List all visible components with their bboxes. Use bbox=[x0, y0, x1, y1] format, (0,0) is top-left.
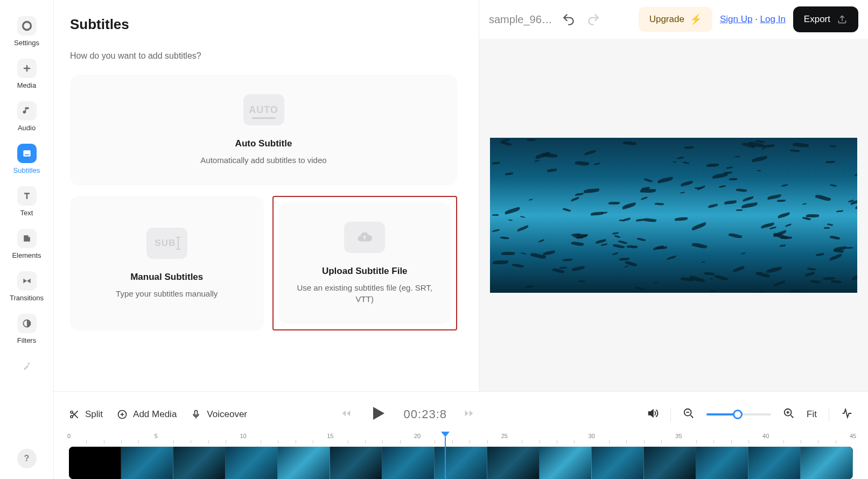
play-icon bbox=[368, 404, 388, 423]
preview-canvas[interactable] bbox=[490, 138, 857, 293]
clip-thumbnail[interactable] bbox=[801, 447, 853, 479]
sidebar-item-subtitles[interactable]: Subtitles bbox=[0, 144, 53, 174]
sidebar: Settings Media Audio Subtitles Text bbox=[0, 0, 54, 479]
clip-thumbnail[interactable] bbox=[748, 447, 801, 479]
sidebar-item-settings[interactable]: Settings bbox=[0, 16, 53, 47]
sidebar-item-more[interactable] bbox=[0, 356, 53, 376]
sidebar-item-filters[interactable]: Filters bbox=[0, 314, 53, 344]
card-desc: Use an existing subtitles file (eg. SRT,… bbox=[290, 282, 440, 305]
zoom-handle[interactable] bbox=[733, 410, 743, 419]
wand-icon bbox=[17, 356, 37, 376]
ruler-tick: 5 bbox=[155, 433, 158, 439]
cloud-upload-icon bbox=[344, 222, 385, 253]
clip-thumbnail[interactable] bbox=[696, 447, 748, 479]
auto-icon: AUTO bbox=[243, 94, 284, 125]
play-button[interactable] bbox=[368, 404, 388, 425]
card-title: Manual Subtitles bbox=[130, 272, 203, 283]
svg-point-5 bbox=[71, 411, 73, 413]
clip-thumbnail[interactable] bbox=[173, 447, 226, 479]
voiceover-button[interactable]: Voiceover bbox=[191, 409, 247, 420]
svg-rect-8 bbox=[195, 411, 198, 415]
clip-track[interactable] bbox=[69, 447, 853, 479]
volume-icon bbox=[647, 407, 659, 419]
plus-icon bbox=[17, 59, 37, 78]
clip-thumbnail[interactable] bbox=[382, 447, 435, 479]
subtitles-icon bbox=[17, 144, 37, 163]
svg-rect-3 bbox=[24, 154, 29, 156]
split-button[interactable]: Split bbox=[69, 409, 103, 420]
ruler-tick: 25 bbox=[501, 433, 508, 439]
topbar: sample_96… Upgrade ⚡ Sign Up · bbox=[479, 0, 868, 39]
sidebar-label: Audio bbox=[18, 124, 36, 132]
panel-subtitles: Subtitles How do you want to add subtitl… bbox=[54, 0, 479, 391]
ruler-tick: 15 bbox=[327, 433, 333, 439]
contrast-icon bbox=[17, 314, 37, 333]
zoom-in-button[interactable] bbox=[783, 407, 795, 421]
sidebar-label: Settings bbox=[14, 39, 39, 47]
card-desc: Type your subtitles manually bbox=[116, 288, 218, 299]
timeline-ruler[interactable]: 051015202530354045 bbox=[69, 433, 853, 446]
zoom-out-icon bbox=[683, 407, 695, 419]
sidebar-item-text[interactable]: Text bbox=[0, 186, 53, 217]
clip-thumbnail[interactable] bbox=[644, 447, 696, 479]
clip-thumbnail[interactable] bbox=[540, 447, 592, 479]
gear-icon bbox=[17, 16, 37, 36]
add-media-button[interactable]: Add Media bbox=[117, 409, 177, 420]
help-button[interactable]: ? bbox=[17, 449, 37, 468]
skip-forward-button[interactable] bbox=[463, 407, 475, 421]
redo-button[interactable] bbox=[585, 11, 602, 28]
fit-button[interactable]: Fit bbox=[807, 409, 817, 420]
ruler-tick: 10 bbox=[240, 433, 246, 439]
panel-subtitle: How do you want to add subtitles? bbox=[70, 51, 457, 61]
project-name[interactable]: sample_96… bbox=[489, 13, 552, 26]
timeline: Split Add Media Voiceover bbox=[54, 391, 868, 479]
sidebar-label: Text bbox=[20, 209, 33, 217]
sidebar-label: Subtitles bbox=[13, 166, 40, 174]
activity-icon bbox=[841, 407, 853, 419]
clip-thumbnail[interactable] bbox=[330, 447, 382, 479]
upgrade-button[interactable]: Upgrade ⚡ bbox=[639, 7, 712, 32]
clip-thumbnail[interactable] bbox=[487, 447, 540, 479]
ruler-tick: 30 bbox=[589, 433, 595, 439]
clip-thumbnail[interactable] bbox=[69, 447, 121, 479]
signup-link[interactable]: Sign Up bbox=[720, 14, 752, 24]
manual-icon: SUB bbox=[146, 228, 187, 259]
plus-circle-icon bbox=[117, 409, 128, 420]
clip-thumbnail[interactable] bbox=[121, 447, 173, 479]
zoom-slider[interactable] bbox=[706, 413, 771, 415]
upload-icon bbox=[837, 14, 848, 25]
clip-thumbnail[interactable] bbox=[226, 447, 278, 479]
sidebar-item-transitions[interactable]: Transitions bbox=[0, 271, 53, 302]
export-button[interactable]: Export bbox=[793, 6, 858, 32]
timecode: 00:23:8 bbox=[404, 407, 447, 421]
auth-links: Sign Up · Log In bbox=[720, 14, 786, 25]
question-icon: ? bbox=[24, 454, 30, 463]
card-desc: Automatically add subtitles to video bbox=[200, 154, 326, 166]
waveform-button[interactable] bbox=[841, 407, 853, 421]
card-manual-subtitles[interactable]: SUB Manual Subtitles Type your subtitles… bbox=[70, 196, 264, 330]
sidebar-label: Elements bbox=[12, 251, 41, 259]
sidebar-item-audio[interactable]: Audio bbox=[0, 101, 53, 132]
sidebar-label: Filters bbox=[17, 336, 36, 344]
zoom-out-button[interactable] bbox=[683, 407, 695, 421]
ruler-tick: 35 bbox=[675, 433, 682, 439]
undo-button[interactable] bbox=[560, 11, 577, 28]
volume-button[interactable] bbox=[647, 407, 659, 421]
login-link[interactable]: Log In bbox=[760, 14, 786, 24]
playhead[interactable] bbox=[441, 432, 450, 479]
sidebar-item-elements[interactable]: Elements bbox=[0, 229, 53, 259]
clip-thumbnail[interactable] bbox=[278, 447, 330, 479]
transitions-icon bbox=[17, 271, 37, 291]
sidebar-item-media[interactable]: Media bbox=[0, 59, 53, 89]
skip-back-button[interactable] bbox=[340, 407, 352, 421]
svg-point-1 bbox=[25, 25, 28, 27]
ruler-tick: 0 bbox=[67, 433, 71, 439]
ruler-tick: 40 bbox=[762, 433, 769, 439]
sidebar-label: Transitions bbox=[10, 294, 44, 302]
card-auto-subtitle[interactable]: AUTO Auto Subtitle Automatically add sub… bbox=[70, 75, 457, 185]
preview-canvas-wrap bbox=[479, 39, 868, 391]
panel-title: Subtitles bbox=[70, 16, 457, 33]
card-upload-subtitle[interactable]: Upload Subtitle File Use an existing sub… bbox=[279, 202, 451, 324]
card-title: Auto Subtitle bbox=[235, 138, 292, 149]
clip-thumbnail[interactable] bbox=[592, 447, 644, 479]
